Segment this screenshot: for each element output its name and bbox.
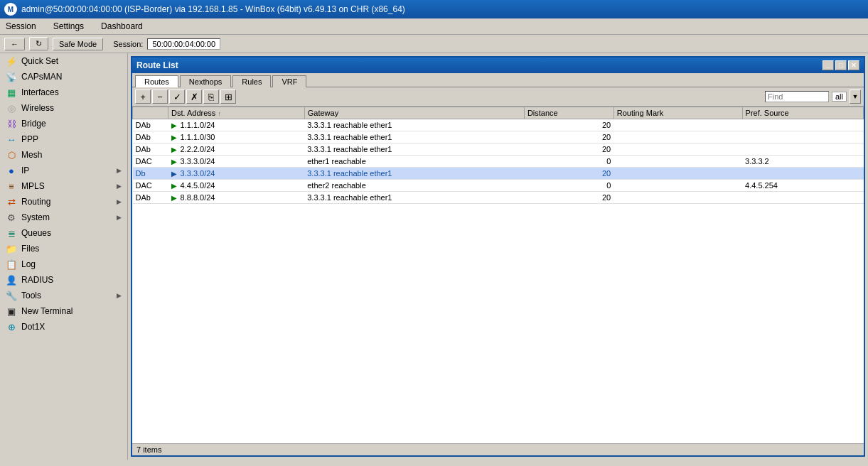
- table-row[interactable]: DAb▶ 2.2.2.0/243.3.3.1 reachable ether12…: [133, 143, 864, 156]
- menu-settings[interactable]: Settings: [50, 20, 87, 33]
- filter-button[interactable]: ⊞: [220, 90, 236, 104]
- sidebar-item-capsman[interactable]: 📡 CAPsMAN: [0, 69, 127, 85]
- cell-distance: 20: [524, 131, 614, 143]
- cross-button[interactable]: ✗: [186, 90, 202, 104]
- route-list-titlebar: Route List _ □ ✕: [132, 58, 864, 73]
- window-controls: _ □ ✕: [823, 60, 859, 70]
- table-row[interactable]: DAb▶ 1.1.1.0/303.3.3.1 reachable ether12…: [133, 131, 864, 143]
- cell-routing-mark: [614, 180, 742, 192]
- col-header-dst[interactable]: Dst. Address ↑: [168, 107, 305, 119]
- quick-set-icon: ⚡: [6, 55, 17, 67]
- col-header-pref-source[interactable]: Pref. Source: [742, 107, 863, 119]
- tabs-container: Routes Nexthops Rules VRF: [132, 73, 864, 87]
- menu-session[interactable]: Session: [3, 20, 39, 33]
- sidebar-item-ppp[interactable]: ↔ PPP: [0, 131, 127, 147]
- find-input[interactable]: [765, 91, 829, 102]
- table-row[interactable]: DAC▶ 3.3.3.0/24ether1 reachable03.3.3.2: [133, 156, 864, 168]
- tab-nexthops[interactable]: Nexthops: [180, 75, 231, 87]
- table-row[interactable]: DAC▶ 4.4.5.0/24ether2 reachable04.4.5.25…: [133, 180, 864, 192]
- sidebar-item-interfaces[interactable]: ▦ Interfaces: [0, 85, 127, 100]
- sidebar-label-system: System: [21, 212, 50, 222]
- sidebar-label-ppp: PPP: [21, 134, 38, 144]
- cell-pref-source: [742, 131, 863, 143]
- routes-table: Dst. Address ↑ Gateway Distance Routing …: [132, 107, 864, 204]
- cell-distance: 0: [524, 156, 614, 168]
- sidebar-label-radius: RADIUS: [21, 275, 53, 285]
- close-button[interactable]: ✕: [848, 60, 859, 70]
- cell-pref-source: [742, 168, 863, 180]
- ip-icon: ●: [6, 165, 17, 176]
- sidebar-item-system[interactable]: ⚙ System ▶: [0, 210, 127, 225]
- col-header-distance[interactable]: Distance: [524, 107, 614, 119]
- tools-icon: 🔧: [6, 290, 17, 301]
- cell-gateway: 3.3.3.1 reachable ether1: [304, 119, 524, 131]
- refresh-button[interactable]: ↻: [29, 37, 48, 50]
- maximize-button[interactable]: □: [835, 60, 847, 70]
- sidebar-item-bridge[interactable]: ⛓ Bridge: [0, 116, 127, 131]
- cell-gateway: 3.3.3.1 reachable ether1: [304, 192, 524, 204]
- cell-flags: DAb: [133, 192, 168, 204]
- route-active-icon: ▶: [171, 146, 177, 153]
- table-row[interactable]: DAb▶ 1.1.1.0/243.3.3.1 reachable ether12…: [133, 119, 864, 131]
- sidebar-item-mpls[interactable]: ≡ MPLS ▶: [0, 178, 127, 194]
- sidebar-item-radius[interactable]: 👤 RADIUS: [0, 272, 127, 288]
- col-header-routing-mark[interactable]: Routing Mark: [614, 107, 742, 119]
- item-count: 7 items: [136, 445, 161, 454]
- col-header-gateway[interactable]: Gateway: [304, 107, 524, 119]
- add-button[interactable]: +: [135, 90, 151, 104]
- main-area: ⚡ Quick Set 📡 CAPsMAN ▦ Interfaces ◎ Wir…: [0, 53, 868, 460]
- remove-button[interactable]: −: [152, 90, 168, 104]
- tab-vrf[interactable]: VRF: [272, 75, 306, 87]
- cell-routing-mark: [614, 192, 742, 204]
- sidebar-item-quick-set[interactable]: ⚡ Quick Set: [0, 53, 127, 69]
- route-active-icon: ▶: [171, 134, 177, 141]
- route-active-icon: ▶: [171, 170, 177, 178]
- copy-button[interactable]: ⎘: [203, 90, 219, 104]
- back-button[interactable]: ←: [4, 38, 25, 50]
- route-active-icon: ▶: [171, 182, 177, 190]
- sidebar: ⚡ Quick Set 📡 CAPsMAN ▦ Interfaces ◎ Wir…: [0, 53, 128, 460]
- sidebar-item-dot1x[interactable]: ⊕ Dot1X: [0, 319, 127, 335]
- tab-routes[interactable]: Routes: [135, 75, 178, 87]
- sidebar-item-routing[interactable]: ⇄ Routing ▶: [0, 194, 127, 210]
- find-dropdown-button[interactable]: ▼: [850, 90, 861, 104]
- minimize-button[interactable]: _: [823, 60, 834, 70]
- cell-dst: ▶ 3.3.3.0/24: [168, 168, 305, 180]
- route-tbody: DAb▶ 1.1.1.0/243.3.3.1 reachable ether12…: [133, 119, 864, 204]
- radius-icon: 👤: [6, 274, 17, 286]
- cell-pref-source: 4.4.5.254: [742, 180, 863, 192]
- sidebar-label-mpls: MPLS: [21, 181, 45, 191]
- cell-distance: 20: [524, 119, 614, 131]
- content-area: Route List _ □ ✕ Routes Nexthops Rules V…: [128, 53, 868, 460]
- sidebar-item-ip[interactable]: ● IP ▶: [0, 163, 127, 178]
- sidebar-item-mesh[interactable]: ⬡ Mesh: [0, 147, 127, 163]
- table-row[interactable]: Db▶ 3.3.3.0/243.3.3.1 reachable ether120: [133, 168, 864, 180]
- menu-dashboard[interactable]: Dashboard: [98, 20, 146, 33]
- sidebar-label-interfaces: Interfaces: [21, 87, 59, 97]
- terminal-icon: ▣: [6, 305, 17, 317]
- sidebar-label-tools: Tools: [21, 291, 41, 300]
- session-label: Session:: [113, 40, 143, 48]
- cell-flags: DAC: [133, 156, 168, 168]
- sidebar-item-wireless[interactable]: ◎ Wireless: [0, 100, 127, 116]
- sidebar-item-queues[interactable]: ≣ Queues: [0, 225, 127, 241]
- sidebar-label-bridge: Bridge: [21, 119, 46, 129]
- table-row[interactable]: DAb▶ 8.8.8.0/243.3.3.1 reachable ether12…: [133, 192, 864, 204]
- sidebar-item-files[interactable]: 📁 Files: [0, 241, 127, 256]
- app-logo: M: [4, 3, 17, 16]
- sidebar-item-new-terminal[interactable]: ▣ New Terminal: [0, 303, 127, 319]
- sidebar-item-log[interactable]: 📋 Log: [0, 256, 127, 272]
- sidebar-label-wireless: Wireless: [21, 103, 54, 113]
- cell-routing-mark: [614, 143, 742, 156]
- ip-arrow: ▶: [117, 167, 122, 174]
- check-button[interactable]: ✓: [169, 90, 185, 104]
- route-list-title: Route List: [136, 60, 178, 70]
- queues-icon: ≣: [6, 227, 17, 239]
- cell-dst: ▶ 1.1.1.0/24: [168, 119, 305, 131]
- sidebar-item-tools[interactable]: 🔧 Tools ▶: [0, 288, 127, 303]
- tab-rules[interactable]: Rules: [232, 75, 271, 87]
- cell-distance: 20: [524, 143, 614, 156]
- cell-pref-source: [742, 143, 863, 156]
- safe-mode-button[interactable]: Safe Mode: [53, 38, 103, 50]
- cell-dst: ▶ 3.3.3.0/24: [168, 156, 305, 168]
